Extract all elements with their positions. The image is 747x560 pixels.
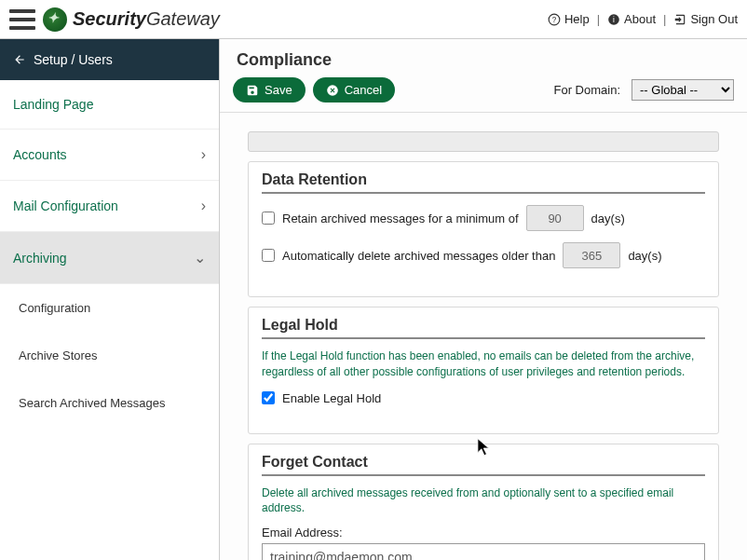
close-icon	[326, 84, 339, 97]
retain-label-post: day(s)	[591, 212, 625, 225]
delete-label-pre: Automatically delete archived messages o…	[282, 249, 555, 263]
menu-icon[interactable]	[9, 9, 35, 30]
brand-primary: Security	[73, 8, 146, 30]
panel-data-retention: Data Retention Retain archived messages …	[248, 161, 719, 297]
svg-text:i: i	[613, 15, 615, 23]
section-title: Legal Hold	[262, 317, 705, 339]
signout-icon	[673, 13, 686, 26]
retain-label-pre: Retain archived messages for a minimum o…	[282, 212, 519, 225]
about-link[interactable]: i About	[607, 12, 656, 26]
enable-legal-hold-label: Enable Legal Hold	[282, 391, 381, 405]
sidebar-item-accounts[interactable]: Accounts ›	[0, 130, 219, 181]
content: Data Retention Retain archived messages …	[220, 113, 747, 560]
sidebar: Setup / Users Landing Page Accounts › Ma…	[0, 39, 220, 560]
info-icon: i	[607, 13, 620, 26]
chevron-right-icon: ›	[201, 198, 206, 214]
brand-secondary: Gateway	[146, 8, 220, 30]
topnav: ? Help | i About | Sign Out	[548, 12, 738, 26]
section-title: Forget Contact	[262, 454, 705, 476]
collapsed-panel-strip[interactable]	[248, 131, 719, 152]
sidebar-item-mail-configuration[interactable]: Mail Configuration ›	[0, 181, 219, 232]
sidebar-subitem-search-archived-messages[interactable]: Search Archived Messages	[0, 379, 219, 427]
main-scroll[interactable]: Compliance Save Cancel For Domain: -- Gl…	[220, 39, 747, 560]
email-address-input[interactable]	[262, 543, 705, 560]
forget-contact-help-text: Delete all archived messages received fr…	[262, 485, 705, 517]
sidebar-subitem-label: Search Archived Messages	[19, 396, 166, 410]
auto-delete-checkbox[interactable]	[262, 249, 275, 262]
chevron-right-icon: ›	[201, 146, 206, 163]
delete-label-post: day(s)	[628, 249, 661, 263]
separator: |	[663, 12, 666, 26]
legal-hold-help-text: If the Legal Hold function has been enab…	[262, 348, 705, 380]
email-label: Email Address:	[262, 526, 705, 540]
chevron-down-icon: ⌄	[194, 249, 206, 266]
cancel-label: Cancel	[345, 83, 382, 97]
retain-row: Retain archived messages for a minimum o…	[262, 205, 705, 231]
save-button[interactable]: Save	[233, 77, 306, 102]
sidebar-subitem-label: Archive Stores	[19, 348, 98, 362]
main: Compliance Save Cancel For Domain: -- Gl…	[220, 39, 747, 560]
signout-link[interactable]: Sign Out	[673, 12, 738, 26]
help-icon: ?	[548, 13, 561, 26]
cancel-button[interactable]: Cancel	[313, 77, 395, 102]
save-label: Save	[265, 83, 292, 97]
breadcrumb[interactable]: Setup / Users	[0, 39, 219, 80]
sidebar-item-label: Archiving	[13, 251, 67, 266]
back-arrow-icon	[13, 53, 26, 66]
brand: SecurityGateway	[43, 7, 220, 32]
delete-days-input[interactable]	[563, 242, 620, 268]
help-link[interactable]: ? Help	[548, 12, 590, 26]
brand-logo-icon	[43, 7, 67, 32]
sidebar-subitem-label: Configuration	[19, 301, 90, 315]
delete-row: Automatically delete archived messages o…	[262, 242, 705, 268]
sidebar-subitem-archive-stores[interactable]: Archive Stores	[0, 332, 219, 379]
legal-hold-row: Enable Legal Hold	[262, 391, 705, 405]
toolbar: Save Cancel For Domain: -- Global --	[220, 77, 747, 113]
panel-forget-contact: Forget Contact Delete all archived messa…	[248, 444, 719, 560]
breadcrumb-label: Setup / Users	[34, 52, 113, 67]
sidebar-item-label: Mail Configuration	[13, 198, 118, 213]
sidebar-subitem-configuration[interactable]: Configuration	[0, 284, 219, 332]
sidebar-item-label: Landing Page	[13, 97, 93, 112]
sidebar-item-label: Accounts	[13, 147, 67, 162]
domain-label: For Domain:	[553, 83, 620, 97]
section-title: Data Retention	[262, 171, 705, 194]
domain-select[interactable]: -- Global --	[632, 79, 734, 101]
save-icon	[246, 84, 259, 97]
topbar: SecurityGateway ? Help | i About | Sign …	[0, 0, 747, 39]
enable-legal-hold-checkbox[interactable]	[262, 391, 275, 404]
sidebar-item-landing-page[interactable]: Landing Page	[0, 80, 219, 130]
panel-legal-hold: Legal Hold If the Legal Hold function ha…	[248, 307, 719, 434]
page-title: Compliance	[220, 39, 747, 77]
sidebar-item-archiving[interactable]: Archiving ⌄	[0, 232, 219, 284]
retain-checkbox[interactable]	[262, 212, 275, 225]
retain-days-input[interactable]	[526, 205, 584, 231]
svg-text:?: ?	[552, 15, 557, 23]
separator: |	[597, 12, 600, 26]
